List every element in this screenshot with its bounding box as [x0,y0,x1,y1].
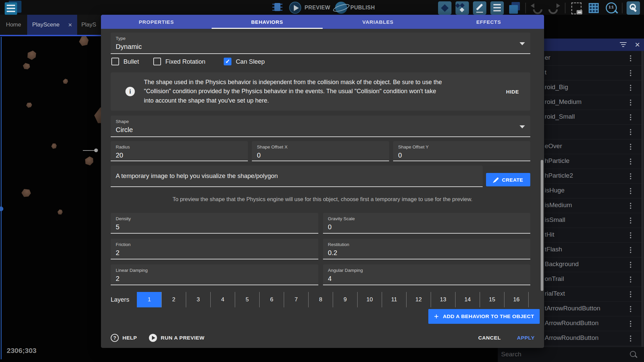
debug-icon[interactable] [271,1,284,14]
tab-variables[interactable]: VARIABLES [323,15,433,29]
asteroid-sprite[interactable] [22,62,30,70]
row-menu-icon[interactable] [630,291,631,293]
tab-effects[interactable]: EFFECTS [433,15,544,29]
fixed-rotation-checkbox[interactable]: Fixed Rotation [153,58,205,65]
type-select[interactable]: Type Dynamic [111,33,530,54]
tab-home[interactable]: Home [0,15,27,35]
asteroid-sprite[interactable] [57,209,63,216]
can-sleep-checkbox[interactable]: ✓ Can Sleep [224,58,265,65]
row-menu-icon[interactable] [630,144,631,145]
row-menu-icon[interactable] [630,232,631,234]
row-menu-icon[interactable] [630,218,631,219]
filter-icon[interactable] [620,42,627,47]
layer-cell-13[interactable]: 13 [431,292,455,307]
scene-origin-handle[interactable] [0,206,3,211]
asteroid-sprite[interactable] [25,49,38,62]
row-menu-icon[interactable] [630,114,631,116]
angular-damping-field[interactable]: Angular Damping 4 [323,264,531,285]
hide-button[interactable]: HIDE [506,89,519,95]
scene-edit-icon[interactable] [473,1,486,15]
grid-icon[interactable] [587,1,600,15]
layer-cell-5[interactable]: 5 [235,292,259,307]
row-menu-icon[interactable] [630,262,631,263]
asteroid-sprite[interactable] [51,143,57,149]
row-menu-icon[interactable] [630,129,631,130]
asteroid-sprite[interactable] [25,101,33,109]
search-input[interactable]: Search [501,351,521,358]
shape-offset-x-field[interactable]: Shape Offset X 0 [252,141,389,161]
bullet-checkbox[interactable]: Bullet [111,58,139,65]
layer-cell-11[interactable]: 11 [382,292,406,307]
row-menu-icon[interactable] [630,247,631,248]
row-menu-icon[interactable] [630,336,631,337]
layer-cell-3[interactable]: 3 [186,292,210,307]
row-menu-icon[interactable] [630,100,631,101]
layer-cell-16[interactable]: 16 [504,292,529,307]
row-menu-icon[interactable] [630,55,631,57]
gdevelop-editor: PREVIEW PUBLISH 1:1 Home PlayScene × Pla… [0,0,644,362]
run-preview-button[interactable]: RUN A PREVIEW [149,334,204,342]
tab-playscene[interactable]: PlayScene × [27,15,77,35]
layer-cell-6[interactable]: 6 [259,292,284,307]
layer-cell-4[interactable]: 4 [210,292,235,307]
row-menu-icon[interactable] [630,173,631,175]
radius-field[interactable]: Radius 20 [111,141,248,161]
row-menu-icon[interactable] [630,203,631,204]
row-menu-icon[interactable] [630,70,631,71]
object-drag-handle[interactable] [94,148,98,152]
density-field[interactable]: Density 5 [111,213,318,234]
friction-field[interactable]: Friction 2 [111,239,318,259]
tab-playscene-2[interactable]: PlayS [81,15,101,35]
layers-icon[interactable] [508,1,521,15]
objects-scrollbar[interactable] [641,51,644,347]
row-menu-icon[interactable] [630,188,631,189]
dialog-scrollbar[interactable] [541,160,543,291]
create-button[interactable]: CREATE [486,173,530,186]
settings-icon[interactable] [627,1,640,15]
redo-icon[interactable] [547,1,561,15]
publish-button[interactable]: PUBLISH [335,2,375,14]
properties-icon[interactable] [490,1,504,15]
preview-button[interactable]: PREVIEW [289,2,330,14]
tab-close-icon[interactable]: × [68,21,72,28]
temp-image-field[interactable]: A temporary image to help you visualize … [111,166,483,187]
help-button[interactable]: ? HELP [111,334,137,342]
restitution-field[interactable]: Restitution 0.2 [323,239,531,259]
gravity-scale-field[interactable]: Gravity Scale 0 [323,213,531,234]
layer-cell-12[interactable]: 12 [406,292,431,307]
layer-cell-8[interactable]: 8 [308,292,333,307]
cancel-button[interactable]: CANCEL [478,335,501,341]
add-behavior-button[interactable]: + ADD A BEHAVIOR TO THE OBJECT [428,309,540,324]
tab-behaviors[interactable]: BEHAVIORS [212,15,322,29]
shape-select[interactable]: Shape Circle [111,116,530,137]
layer-cell-1[interactable]: 1 [137,292,161,307]
layer-cell-15[interactable]: 15 [480,292,504,307]
asteroid-sprite[interactable] [62,78,69,85]
row-menu-icon[interactable] [630,277,631,278]
row-menu-icon[interactable] [630,306,631,307]
object-search-bar[interactable]: Search [498,347,644,362]
asteroid-sprite[interactable] [20,187,32,199]
layer-cell-9[interactable]: 9 [333,292,357,307]
object-groups-icon[interactable] [455,1,469,15]
panel-close-icon[interactable]: × [635,39,640,50]
asteroid-sprite[interactable] [79,36,89,46]
asteroid-sprite[interactable] [83,155,95,167]
zoom-original-icon[interactable]: 1:1 [604,1,618,15]
project-manager-icon[interactable] [5,1,22,15]
tab-properties[interactable]: PROPERTIES [101,15,212,29]
undo-icon[interactable] [530,1,543,15]
layer-cell-2[interactable]: 2 [161,292,186,307]
row-menu-icon[interactable] [630,321,631,322]
shape-offset-y-field[interactable]: Shape Offset Y 0 [393,141,530,161]
layer-cell-14[interactable]: 14 [455,292,480,307]
mask-selection-icon[interactable] [570,1,583,15]
row-menu-icon[interactable] [630,85,631,86]
layer-cell-10[interactable]: 10 [357,292,382,307]
objects-list-icon[interactable] [438,1,451,15]
layer-cell-7[interactable]: 7 [284,292,308,307]
linear-damping-field[interactable]: Linear Damping 2 [111,264,318,285]
apply-button[interactable]: APPLY [517,335,535,341]
chevron-down-icon [520,42,525,45]
row-menu-icon[interactable] [630,159,631,160]
